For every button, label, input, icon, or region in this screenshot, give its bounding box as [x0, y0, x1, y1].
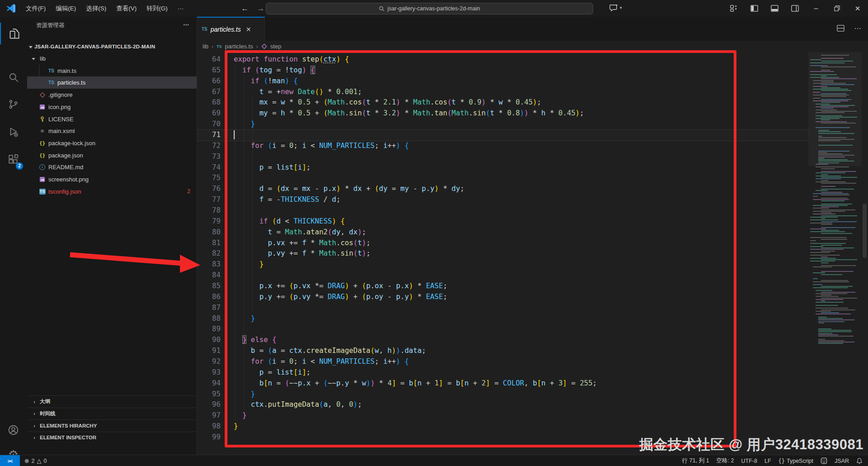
remote-indicator[interactable]: >< — [0, 455, 20, 466]
minimize-button[interactable]: ─ — [806, 0, 826, 17]
line-number-70: 70 — [197, 119, 221, 129]
code-line-77[interactable]: f = -THICKNESS / d; — [234, 194, 340, 205]
tab-close-icon[interactable]: ✕ — [246, 26, 251, 33]
explorer-title: 资源管理器 — [36, 22, 65, 29]
code-line-86[interactable]: p.y += (p.vy *= DRAG) + (p.oy - p.y) * E… — [234, 291, 447, 302]
command-center-search[interactable]: jsar-gallery-canvas-particles-2d-main — [266, 3, 593, 14]
code-line-79[interactable]: if (d < THICKNESS) { — [234, 216, 345, 227]
code-line-65[interactable]: if (tog = !tog) { — [234, 65, 315, 76]
split-editor-icon[interactable] — [836, 24, 845, 33]
code-line-82[interactable]: p.vy += f * Math.sin(t); — [234, 248, 370, 259]
nav-back-icon[interactable]: ← — [241, 4, 249, 13]
editor-scrollbar[interactable] — [863, 204, 867, 258]
file-row-license[interactable]: LICENSE — [27, 113, 197, 125]
file-row-readme-md[interactable]: iREADME.md — [27, 161, 197, 173]
file-row-package-lock-json[interactable]: {}package-lock.json — [27, 137, 197, 149]
code-line-96[interactable]: ctx.putImageData(a, 0, 0); — [234, 399, 362, 410]
code-line-95[interactable]: } — [234, 389, 255, 399]
code-line-74[interactable]: p = list[i]; — [234, 162, 311, 173]
editor-more-actions-icon[interactable]: ⋯ — [854, 24, 862, 33]
status-item-bell[interactable] — [856, 457, 863, 464]
activity-explorer-button[interactable] — [0, 23, 28, 44]
copilot-button[interactable]: ▾ — [609, 3, 622, 12]
code-line-91[interactable]: b = (a = ctx.createImageData(w, h)).data… — [234, 345, 426, 356]
code-line-68[interactable]: mx = w * 0.5 + (Math.cos(t * 2.1) * Math… — [234, 97, 541, 108]
customize-layout-icon[interactable] — [730, 4, 738, 13]
problems-status[interactable]: ⊗ 2 △ 0 — [24, 457, 47, 464]
error-count: 2 — [31, 458, 34, 464]
menu-item-3[interactable]: 查看(V) — [111, 3, 142, 14]
account-icon — [7, 424, 19, 436]
close-window-button[interactable]: ✕ — [847, 0, 868, 17]
code-line-94[interactable]: b[n = (~~p.x + (~~p.y * w)) * 4] = b[n +… — [234, 378, 597, 389]
tab-particles-ts[interactable]: TS particles.ts ✕ — [197, 17, 265, 41]
menu-item-2[interactable]: 选择(S) — [81, 3, 111, 14]
sidebar-panel-3[interactable]: ›ELEMENT INSPECTOR — [27, 432, 197, 444]
project-root-row[interactable]: ▾ JSAR-GALLERY-CANVAS-PARTICLES-2D-MAIN — [27, 41, 197, 52]
code-line-97[interactable]: } — [234, 410, 246, 421]
code-line-81[interactable]: p.vx += f * Math.cos(t); — [234, 238, 370, 248]
file-row-main-xsml[interactable]: ≡main.xsml — [27, 125, 197, 137]
status-item-smiley[interactable] — [821, 457, 827, 464]
code-line-83[interactable]: } — [234, 259, 264, 270]
code-line-66[interactable]: if (!man) { — [234, 76, 298, 86]
line-number-69: 69 — [197, 108, 221, 119]
text-cursor — [234, 130, 235, 139]
sidebar-panel-2[interactable]: ›ELEMENTS HIRARCHY — [27, 419, 197, 432]
file-row-package-json[interactable]: {}package.json — [27, 149, 197, 162]
tree-indent-guide — [39, 65, 39, 89]
status-item-jsar[interactable]: JSAR — [835, 458, 849, 464]
explorer-sidebar: 资源管理器 ⋯ ▾ JSAR-GALLERY-CANVAS-PARTICLES-… — [27, 17, 197, 455]
breadcrumb: lib › TS particles.ts › step — [197, 41, 868, 52]
code-line-93[interactable]: p = list[i]; — [234, 367, 311, 378]
code-line-90[interactable]: } else { — [234, 334, 276, 345]
code-line-92[interactable]: for (i = 0; i < NUM_PARTICLES; i++) { — [234, 356, 409, 367]
explorer-more-actions-icon[interactable]: ⋯ — [183, 21, 189, 28]
status-item-utf-8[interactable]: UTF-8 — [741, 458, 757, 464]
breadcrumb-symbol[interactable]: step — [270, 43, 282, 50]
code-line-64[interactable]: export function step(ctx) { — [234, 54, 349, 65]
file-row-screenshot-png[interactable]: screenshot.png — [27, 173, 197, 185]
activity-run-debug-button[interactable] — [0, 121, 27, 143]
toggle-primary-sidebar-icon[interactable] — [750, 4, 759, 13]
file-row--gitignore[interactable]: .gitignore — [27, 89, 197, 101]
restore-button[interactable] — [826, 0, 847, 17]
line-number-78: 78 — [197, 205, 221, 216]
code-editor[interactable]: 64export function step(ctx) {65 if (tog … — [197, 52, 868, 455]
status-item-空格-2[interactable]: 空格: 2 — [717, 457, 734, 465]
image-file-icon — [39, 104, 46, 110]
breadcrumb-file[interactable]: particles.ts — [225, 43, 253, 50]
code-line-80[interactable]: t = Math.atan2(dy, dx); — [234, 227, 366, 238]
sidebar-panel-0[interactable]: ›大纲 — [27, 395, 197, 408]
status-item-typescript[interactable]: {}TypeScript — [778, 458, 814, 464]
activity-extensions-button[interactable]: 2 — [0, 149, 27, 171]
code-line-76[interactable]: d = (dx = mx - p.x) * dx + (dy = my - p.… — [234, 183, 464, 194]
activity-search-button[interactable] — [0, 67, 27, 88]
minimap[interactable] — [808, 53, 862, 350]
code-line-69[interactable]: my = h * 0.5 + (Math.sin(t * 3.2) * Math… — [234, 108, 584, 119]
sidebar-panel-1[interactable]: ›时间线 — [27, 408, 197, 420]
breadcrumb-lib[interactable]: lib — [203, 43, 208, 50]
code-line-85[interactable]: p.x += (p.vx *= DRAG) + (p.ox - p.x) * E… — [234, 281, 447, 291]
account-button[interactable] — [0, 419, 27, 441]
file-row-main-ts[interactable]: TSmain.ts — [27, 65, 197, 77]
file-row-tsconfig-json[interactable]: TStsconfig.json2 — [27, 185, 197, 198]
menu-item-4[interactable]: 转到(G) — [142, 3, 173, 14]
code-line-88[interactable]: } — [234, 313, 255, 324]
menu-item-5[interactable]: ··· — [173, 3, 189, 14]
code-line-67[interactable]: t = +new Date() * 0.001; — [234, 86, 362, 97]
menu-item-1[interactable]: 编辑(E) — [51, 3, 81, 14]
menu-item-0[interactable]: 文件(F) — [21, 3, 51, 14]
nav-forward-icon[interactable]: → — [257, 4, 264, 13]
file-row-lib[interactable]: ▾lib — [27, 52, 197, 65]
code-line-70[interactable]: } — [234, 119, 255, 129]
file-row-particles-ts[interactable]: TSparticles.ts — [27, 76, 197, 89]
toggle-panel-icon[interactable] — [770, 4, 779, 13]
code-line-72[interactable]: for (i = 0; i < NUM_PARTICLES; i++) { — [234, 140, 409, 151]
toggle-secondary-sidebar-icon[interactable] — [791, 4, 799, 13]
status-item-行-71-列-1[interactable]: 行 71, 列 1 — [682, 457, 709, 465]
status-item-lf[interactable]: LF — [764, 458, 771, 464]
code-line-98[interactable]: } — [234, 421, 238, 432]
file-row-icon-png[interactable]: icon.png — [27, 101, 197, 113]
activity-source-control-button[interactable] — [0, 93, 27, 115]
